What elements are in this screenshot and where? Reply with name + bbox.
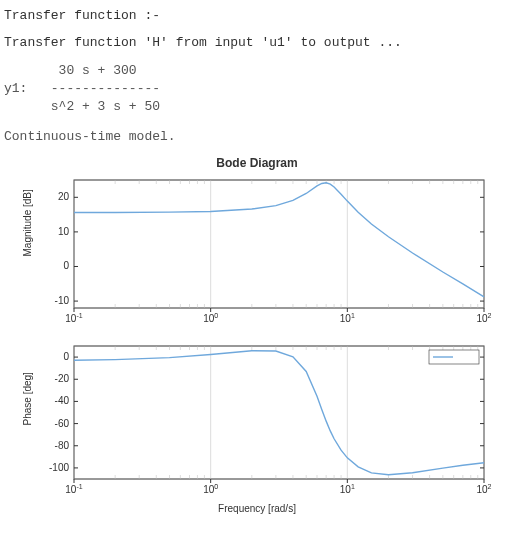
magnitude-ylabel: Magnitude [dB] xyxy=(22,243,33,257)
svg-text:-80: -80 xyxy=(55,439,70,450)
phase-plot: 10-1100101102-100-80-60-40-200 xyxy=(34,336,494,501)
svg-text:-10: -10 xyxy=(55,295,70,306)
svg-text:102: 102 xyxy=(476,483,491,495)
svg-text:10-1: 10-1 xyxy=(65,312,82,324)
svg-text:100: 100 xyxy=(203,312,218,324)
svg-text:-100: -100 xyxy=(49,461,69,472)
svg-text:101: 101 xyxy=(340,312,355,324)
svg-text:101: 101 xyxy=(340,483,355,495)
svg-text:10-1: 10-1 xyxy=(65,483,82,495)
svg-text:0: 0 xyxy=(63,260,69,271)
heading-2: Transfer function 'H' from input 'u1' to… xyxy=(4,35,510,50)
svg-rect-0 xyxy=(74,180,484,308)
svg-rect-73 xyxy=(74,346,484,479)
svg-text:10: 10 xyxy=(58,225,70,236)
tf-rule: -------------- xyxy=(51,81,160,96)
svg-text:-40: -40 xyxy=(55,395,70,406)
magnitude-plot: 10-1100101102-1001020 xyxy=(34,170,494,330)
tf-label: y1: xyxy=(4,81,27,96)
svg-text:0: 0 xyxy=(63,351,69,362)
continuous-time-label: Continuous-time model. xyxy=(4,129,510,144)
svg-text:102: 102 xyxy=(476,312,491,324)
chart-title: Bode Diagram xyxy=(216,156,297,170)
tf-numerator: 30 s + 300 xyxy=(59,63,137,78)
svg-text:20: 20 xyxy=(58,191,70,202)
bode-diagram: Bode Diagram Magnitude [dB] 10-110010110… xyxy=(4,152,510,514)
transfer-function-block: 30 s + 300 y1: -------------- s^2 + 3 s … xyxy=(4,62,510,117)
xlabel: Frequency [rad/s] xyxy=(27,503,487,514)
heading-1: Transfer function :- xyxy=(4,8,510,23)
svg-text:-20: -20 xyxy=(55,373,70,384)
tf-denominator: s^2 + 3 s + 50 xyxy=(51,99,160,114)
svg-text:100: 100 xyxy=(203,483,218,495)
phase-ylabel: Phase [deg] xyxy=(22,411,33,425)
svg-text:-60: -60 xyxy=(55,417,70,428)
